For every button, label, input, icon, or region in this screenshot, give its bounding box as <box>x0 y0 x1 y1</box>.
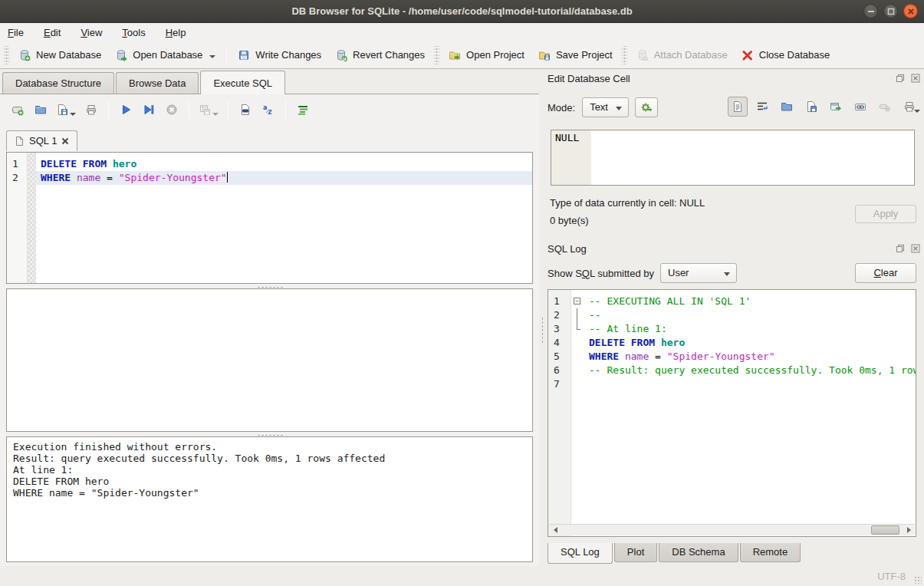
maximize-icon[interactable] <box>883 4 898 18</box>
print-cell-button[interactable] <box>899 97 919 117</box>
word-wrap-icon <box>756 100 768 113</box>
toolbar-drag-handle[interactable] <box>4 46 9 64</box>
panes-splitter[interactable] <box>539 94 545 566</box>
save-sql-menu-caret[interactable] <box>70 113 76 116</box>
tab-browse-data[interactable]: Browse Data <box>116 72 199 94</box>
text-mode-icon <box>732 100 744 113</box>
close-dock-icon[interactable] <box>909 73 922 84</box>
execution-message[interactable]: Execution finished without errors. Resul… <box>6 436 533 562</box>
cell-toolbar <box>728 97 919 117</box>
results-grid[interactable] <box>6 288 533 432</box>
export-cell-icon <box>805 100 817 113</box>
log-fold-margin: − <box>571 290 584 536</box>
open-sql-button[interactable] <box>31 100 51 119</box>
toolbar-drag-handle[interactable] <box>434 46 439 64</box>
tab-sql-log[interactable]: SQL Log <box>547 543 613 564</box>
cell-type-info: Type of data currently in cell: NULL <box>550 197 705 209</box>
execute-line-icon <box>143 104 155 116</box>
export-cell-button[interactable] <box>801 97 821 117</box>
print-button[interactable] <box>81 100 101 119</box>
svg-text:a: a <box>263 104 267 111</box>
close-icon[interactable] <box>903 4 918 18</box>
editor-code-area[interactable]: DELETE FROM heroWHERE name = "Spider-You… <box>36 153 532 283</box>
sql-log-view[interactable]: 1234567 − -- EXECUTING ALL IN 'SQL 1'---… <box>547 289 916 537</box>
set-null-button <box>875 97 895 117</box>
open-external-button[interactable] <box>826 97 846 117</box>
format-sql-button[interactable] <box>293 100 313 119</box>
sql-log-dock-title: SQL Log <box>547 243 891 255</box>
edit-cell-dock-title: Edit Database Cell <box>547 73 891 84</box>
scroll-right-icon[interactable] <box>903 525 915 535</box>
menu-file[interactable]: File <box>8 27 24 38</box>
scroll-left-icon[interactable] <box>549 525 561 535</box>
save-sql-button[interactable] <box>54 100 78 119</box>
revert-changes-button[interactable]: Revert Changes <box>328 45 432 65</box>
toolbar-drag-handle[interactable] <box>622 46 627 64</box>
copy-link-button[interactable] <box>850 97 870 117</box>
close-tab-icon[interactable] <box>61 137 69 145</box>
scrollbar-thumb[interactable] <box>871 525 899 535</box>
svg-text:z: z <box>268 107 272 116</box>
close-database-button[interactable]: Close Database <box>735 45 837 65</box>
sql-doc-tab[interactable]: SQL 1 <box>6 130 77 151</box>
tab-remote[interactable]: Remote <box>740 543 801 562</box>
open-sql-icon <box>35 104 47 116</box>
stop-button <box>162 100 182 119</box>
word-wrap-button[interactable] <box>752 97 772 117</box>
log-horizontal-scrollbar[interactable] <box>549 524 915 535</box>
menu-view[interactable]: View <box>81 27 102 38</box>
execute-sql-button[interactable] <box>116 100 136 119</box>
main-toolbar: New Database Open Database Write Changes… <box>0 41 924 69</box>
window-title: DB Browser for SQLite - /home/user/code/… <box>291 5 632 17</box>
cell-value: NULL <box>555 132 579 143</box>
apply-button: Apply <box>855 205 916 223</box>
open-project-button[interactable]: Open Project <box>442 45 531 65</box>
sql-log-filter-row: Show SQL submitted by User Clear <box>547 261 922 285</box>
sql-editor[interactable]: 12 DELETE FROM heroWHERE name = "Spider-… <box>6 152 533 284</box>
tab-database-structure[interactable]: Database Structure <box>2 72 114 94</box>
write-changes-icon <box>238 49 250 61</box>
menu-edit[interactable]: Edit <box>44 27 61 38</box>
minimize-icon[interactable] <box>863 4 878 18</box>
save-project-button[interactable]: Save Project <box>531 45 620 65</box>
clear-log-button[interactable]: Clear <box>855 263 916 283</box>
edit-cell-dock-titlebar[interactable]: Edit Database Cell <box>547 71 922 86</box>
sql-log-dock-titlebar[interactable]: SQL Log <box>547 241 922 256</box>
titlebar[interactable]: DB Browser for SQLite - /home/user/code/… <box>0 0 924 23</box>
new-database-button[interactable]: New Database <box>12 45 108 65</box>
close-dock-icon[interactable] <box>909 243 922 255</box>
find-replace-button[interactable] <box>235 100 255 119</box>
tab-db-schema[interactable]: DB Schema <box>659 543 738 562</box>
new-tab-button[interactable] <box>8 100 28 119</box>
execute-icon <box>120 104 132 116</box>
save-results-icon <box>199 104 211 116</box>
tab-plot[interactable]: Plot <box>614 543 657 562</box>
mode-select[interactable]: Text <box>582 97 629 117</box>
write-changes-button[interactable]: Write Changes <box>231 45 328 65</box>
filter-label: Show SQL submitted by <box>547 268 654 279</box>
tab-execute-sql[interactable]: Execute SQL <box>200 71 285 94</box>
float-dock-icon[interactable] <box>894 243 906 255</box>
resize-grip[interactable] <box>914 576 922 584</box>
toolbar-separator <box>108 100 109 119</box>
menu-tools[interactable]: Tools <box>122 27 145 38</box>
cell-size-info: 0 byte(s) <box>550 215 589 226</box>
project-save-icon <box>538 49 551 61</box>
menu-help[interactable]: Help <box>166 27 186 38</box>
text-mode-button[interactable] <box>728 97 748 117</box>
import-cell-button[interactable] <box>777 97 797 117</box>
open-database-menu-caret[interactable] <box>209 55 215 58</box>
log-code-area[interactable]: -- EXECUTING ALL IN 'SQL 1'---- At line … <box>584 290 916 536</box>
submitter-select[interactable]: User <box>660 263 737 283</box>
auto-apply-button[interactable] <box>635 97 658 117</box>
open-database-button[interactable]: Open Database <box>108 45 222 65</box>
editor-line-numbers: 12 <box>7 153 28 283</box>
execute-current-line-button[interactable] <box>139 100 159 119</box>
cell-editor[interactable]: NULL <box>551 130 915 186</box>
autocomplete-button[interactable]: az <box>258 100 278 119</box>
dock-tabbar: SQL Log Plot DB Schema Remote <box>547 543 802 564</box>
database-close-icon <box>742 49 754 61</box>
float-dock-icon[interactable] <box>894 73 906 84</box>
editor-fold-margin <box>28 153 36 283</box>
database-new-icon <box>18 49 31 61</box>
